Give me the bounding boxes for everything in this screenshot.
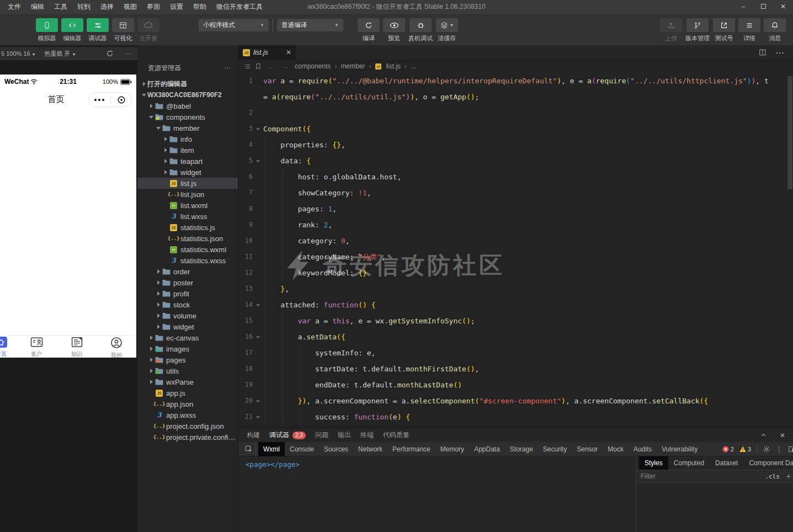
compile-mode-dropdown[interactable]: 普通编译▼ xyxy=(277,19,343,31)
capsule-menu[interactable] xyxy=(88,92,132,107)
debugger-tab-问题[interactable]: 问题 xyxy=(315,430,328,440)
breadcrumb-segment[interactable]: member xyxy=(340,62,365,70)
toolbar-button-清缓存[interactable]: ▼清缓存 xyxy=(436,14,458,42)
wxml-pane[interactable]: <page></page> xyxy=(238,456,636,532)
menu-item-编辑[interactable]: 编辑 xyxy=(26,2,49,12)
tree-item-wxParse[interactable]: wxParse xyxy=(137,376,238,387)
tree-item-profit[interactable]: profit xyxy=(137,288,238,299)
toolbar-button-编译[interactable]: 编译 xyxy=(358,14,380,42)
editor-more-button[interactable]: ⋯ xyxy=(775,47,784,58)
menu-item-视图[interactable]: 视图 xyxy=(119,2,142,12)
tree-item-list.wxss[interactable]: 3list.wxss xyxy=(137,211,238,222)
devtools-tab-Sources[interactable]: Sources xyxy=(319,442,353,456)
devtools-tab-Performance[interactable]: Performance xyxy=(387,442,435,456)
style-filter-input[interactable] xyxy=(641,472,765,480)
menu-item-选择[interactable]: 选择 xyxy=(95,2,119,12)
tree-item-teapart[interactable]: teapart xyxy=(137,156,238,167)
toolbar-button-真机调试[interactable]: 真机调试 xyxy=(408,14,433,42)
debugger-tab-调试器[interactable]: 调试器2,3 xyxy=(269,430,306,440)
devtools-tab-Vulnerability[interactable]: Vulnerability xyxy=(657,442,702,456)
tree-item-components[interactable]: components xyxy=(137,111,238,123)
tree-item-widget[interactable]: widget xyxy=(137,167,238,178)
devtools-tab-Security[interactable]: Security xyxy=(538,442,572,456)
devtools-tab-Mock[interactable]: Mock xyxy=(603,442,629,456)
devtools-tab-Wxml[interactable]: Wxml xyxy=(258,442,285,456)
tree-item-WX380CAC0E867F90F2[interactable]: WX380CAC0E867F90F2 xyxy=(137,89,238,100)
toolbar-button-测试号[interactable]: 测试号 xyxy=(713,14,735,42)
tree-item-order[interactable]: order xyxy=(137,266,238,277)
close-icon[interactable]: ✕ xyxy=(286,49,291,56)
collapse-panel-icon[interactable] xyxy=(760,432,767,439)
fold-chevron-icon[interactable] xyxy=(253,297,263,313)
tree-item-utils[interactable]: utils xyxy=(137,365,238,376)
devtools-tab-AppData[interactable]: AppData xyxy=(469,442,505,456)
styles-tab-component-data[interactable]: Component Data xyxy=(743,456,793,470)
close-button[interactable]: ✕ xyxy=(773,0,793,14)
tree-item-pages[interactable]: pages xyxy=(137,354,238,365)
tree-item-item[interactable]: item xyxy=(137,145,238,156)
menu-item-转到[interactable]: 转到 xyxy=(72,2,95,12)
tree-item-list.json[interactable]: {..}list.json xyxy=(137,189,238,200)
cls-toggle-button[interactable]: .cls xyxy=(765,473,780,480)
toolbar-button-预览[interactable]: 预览 xyxy=(383,14,405,42)
tree-item-打开的编辑器[interactable]: 打开的编辑器 xyxy=(137,78,238,89)
tree-item-statistics.js[interactable]: JSstatistics.js xyxy=(137,222,238,233)
tree-item-stock[interactable]: stock xyxy=(137,299,238,310)
toolbar-button-可视化[interactable]: 可视化 xyxy=(112,14,134,42)
fold-chevron-icon[interactable] xyxy=(253,409,263,425)
tree-item-member[interactable]: member xyxy=(137,123,238,134)
breadcrumb-segment[interactable]: list.js xyxy=(386,62,401,70)
menu-item-文件[interactable]: 文件 xyxy=(3,2,26,12)
fold-chevron-icon[interactable] xyxy=(253,393,263,409)
tree-item-app.js[interactable]: JSapp.js xyxy=(137,387,238,398)
fold-chevron-icon[interactable] xyxy=(253,153,263,169)
tree-item-ec-canvas[interactable]: ec-canvas xyxy=(137,332,238,343)
tree-item-list.wxml[interactable]: ‹›list.wxml xyxy=(137,200,238,211)
debugger-tab-输出[interactable]: 输出 xyxy=(338,430,351,440)
split-icon[interactable] xyxy=(759,49,767,56)
menu-item-微信开发者工具[interactable]: 微信开发者工具 xyxy=(211,2,268,12)
breadcrumb-tail[interactable]: ... xyxy=(411,62,416,70)
styles-tab-dataset[interactable]: Dataset xyxy=(710,456,743,470)
debugger-tab-构建[interactable]: 构建 xyxy=(247,430,260,440)
forward-arrow-icon[interactable]: → xyxy=(281,62,289,71)
toolbar-button-模拟器[interactable]: 模拟器 xyxy=(36,14,58,42)
add-rule-button[interactable]: + xyxy=(786,472,791,481)
hot-reload-toggle[interactable]: 热重载 开▼ xyxy=(45,50,76,58)
editor-tab-listjs[interactable]: JS list.js ✕ xyxy=(238,45,296,60)
tree-item-@babel[interactable]: @babel xyxy=(137,100,238,111)
phone-tab-首页[interactable]: 首页 xyxy=(0,337,17,358)
devtools-tab-Storage[interactable]: Storage xyxy=(505,442,538,456)
tree-item-list.js[interactable]: JSlist.js xyxy=(137,178,238,189)
breadcrumb-segment[interactable]: components xyxy=(295,62,331,70)
toolbar-button-消息[interactable]: 消息 xyxy=(764,14,786,42)
toolbar-button-编辑器[interactable]: 编辑器 xyxy=(61,14,83,42)
tree-item-statistics.wxml[interactable]: ‹›statistics.wxml xyxy=(137,244,238,255)
tree-item-app.wxss[interactable]: 3app.wxss xyxy=(137,409,238,421)
tree-item-project.private.config.js...[interactable]: {..}project.private.config.js... xyxy=(137,432,238,443)
devtools-tab-Sensor[interactable]: Sensor xyxy=(572,442,603,456)
simulator-more-button[interactable]: ⋯ xyxy=(125,50,131,57)
refresh-icon[interactable] xyxy=(106,50,114,57)
menu-item-界面[interactable]: 界面 xyxy=(142,2,165,12)
tree-item-poster[interactable]: poster xyxy=(137,277,238,288)
tree-item-project.config.json[interactable]: {..}project.config.json xyxy=(137,421,238,432)
tree-item-statistics.wxss[interactable]: 3statistics.wxss xyxy=(137,255,238,266)
tree-item-images[interactable]: images xyxy=(137,343,238,354)
back-arrow-icon[interactable]: ← xyxy=(268,62,275,71)
devtools-tab-Memory[interactable]: Memory xyxy=(435,442,469,456)
device-selector[interactable]: 5 100% 16▼ xyxy=(0,50,36,57)
toolbar-button-详情[interactable]: 详情 xyxy=(738,14,760,42)
styles-tab-styles[interactable]: Styles xyxy=(639,456,668,470)
kebab-menu-icon[interactable]: ⋮ xyxy=(776,445,783,453)
tree-item-widget[interactable]: widget xyxy=(137,321,238,332)
close-panel-icon[interactable]: ✕ xyxy=(780,432,785,439)
inspect-element-icon[interactable] xyxy=(242,442,256,456)
tree-item-app.json[interactable]: {..}app.json xyxy=(137,398,238,409)
debugger-tab-终端[interactable]: 终端 xyxy=(360,430,374,440)
phone-tab-知识[interactable]: 知识 xyxy=(61,337,92,358)
fold-chevron-icon[interactable] xyxy=(253,121,263,137)
maximize-button[interactable] xyxy=(753,0,773,14)
outline-icon[interactable] xyxy=(244,63,251,70)
gear-icon[interactable] xyxy=(763,445,770,453)
